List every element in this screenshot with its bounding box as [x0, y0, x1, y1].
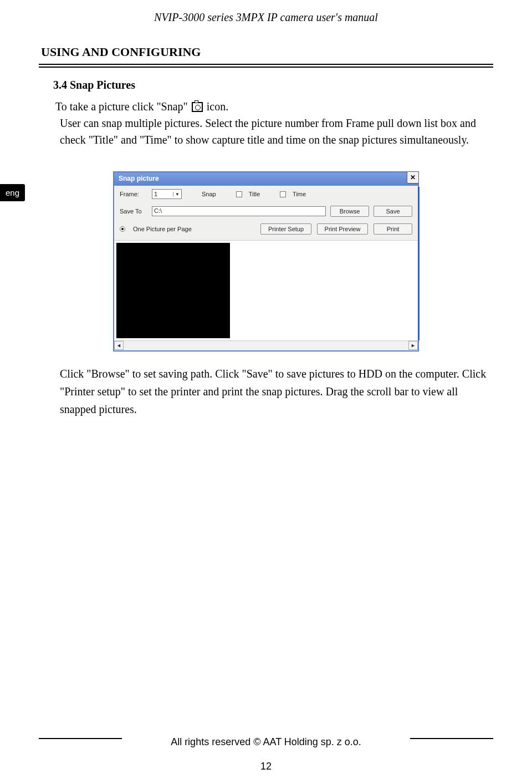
scroll-left-arrow-icon[interactable]: ◄ — [114, 341, 124, 350]
paragraph-1: User can snap multiple pictures. Select … — [60, 115, 493, 148]
print-preview-button[interactable]: Print Preview — [317, 223, 368, 235]
horizontal-scrollbar[interactable]: ◄ ► — [114, 340, 418, 350]
camera-icon — [192, 102, 203, 112]
print-button[interactable]: Print — [374, 223, 412, 235]
snap-button[interactable]: Snap — [202, 191, 216, 197]
frame-row: Frame: 1 ▼ Snap Title Time — [114, 186, 418, 202]
snap-picture-dialog: Snap picture ✕ Frame: 1 ▼ Snap Title Tim… — [113, 171, 419, 352]
preview-area — [114, 241, 418, 340]
save-to-label: Save To — [120, 208, 147, 215]
intro-line: To take a picture click "Snap" icon. — [55, 98, 493, 115]
preview-thumbnail — [116, 243, 230, 338]
page-number: 12 — [0, 761, 532, 772]
manual-header: NVIP-3000 series 3MPX IP camera user's m… — [39, 11, 493, 24]
language-tab[interactable]: eng — [0, 184, 25, 201]
frame-dropdown[interactable]: 1 ▼ — [152, 189, 182, 199]
time-checkbox[interactable] — [280, 191, 286, 197]
section-heading: USING AND CONFIGURING — [41, 45, 493, 59]
scroll-right-arrow-icon[interactable]: ► — [408, 341, 418, 350]
subsection-heading: 3.4 Snap Pictures — [53, 79, 493, 91]
rule-bottom — [39, 67, 493, 68]
preview-blank — [230, 241, 418, 340]
browse-button[interactable]: Browse — [330, 206, 369, 217]
printer-setup-button[interactable]: Printer Setup — [260, 223, 311, 235]
rule-top — [39, 64, 493, 65]
dialog-title-text: Snap picture — [119, 175, 159, 182]
chevron-down-icon: ▼ — [173, 192, 180, 197]
path-input[interactable]: C:\ — [152, 206, 326, 216]
frame-value: 1 — [154, 191, 157, 197]
frame-label: Frame: — [120, 191, 147, 197]
print-row: One Picture per Page Printer Setup Print… — [114, 220, 418, 241]
dialog-titlebar: Snap picture ✕ — [114, 172, 418, 186]
footer-text: All rights reserved © AAT Holding sp. z … — [0, 736, 532, 748]
time-checkbox-label: Time — [293, 191, 306, 197]
title-checkbox-label: Title — [249, 191, 260, 197]
intro-prefix: To take a picture click "Snap" — [55, 100, 191, 113]
paragraph-2: Click "Browse" to set saving path. Click… — [60, 365, 493, 418]
intro-suffix: icon. — [207, 100, 228, 113]
right-border-accent — [418, 187, 420, 340]
save-to-row: Save To C:\ Browse Save — [114, 202, 418, 220]
one-picture-label: One Picture per Page — [133, 226, 192, 232]
title-checkbox[interactable] — [236, 191, 242, 197]
save-button[interactable]: Save — [374, 206, 412, 217]
one-picture-radio[interactable] — [120, 226, 125, 232]
close-button[interactable]: ✕ — [407, 171, 419, 184]
